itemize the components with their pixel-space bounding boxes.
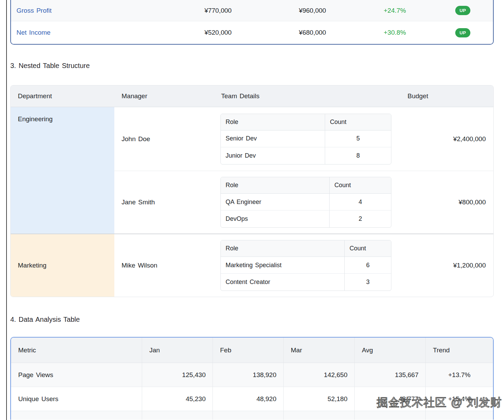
column-header-manager: Manager — [114, 86, 214, 107]
team-details-cell: Role Count Senior Dev 5 Junior Dev 8 — [214, 107, 399, 171]
role-cell: Marketing Specialist — [221, 257, 344, 274]
role-cell: DevOps — [221, 211, 329, 227]
status-cell: UP — [433, 0, 493, 21]
role-cell: Content Creator — [221, 274, 344, 291]
change-percent: +30.8% — [357, 21, 433, 44]
section-heading-nested-table: 3. Nested Table Structure — [10, 60, 494, 71]
metric-label: Net Income — [11, 21, 168, 44]
column-header-trend: Trend — [425, 338, 493, 363]
inner-header-role: Role — [221, 177, 329, 194]
column-header-feb: Feb — [213, 338, 283, 363]
count-cell: 2 — [329, 211, 391, 227]
role-cell: Senior Dev — [221, 130, 325, 147]
value-cell: 52,180 — [283, 387, 354, 411]
team-details-cell: Role Count Marketing Specialist 6 Conten… — [214, 234, 399, 297]
column-header-avg: Avg — [354, 338, 425, 363]
partial-row-cell — [213, 411, 283, 420]
table-row: Gross Profit ¥770,000 ¥960,000 +24.7% UP — [11, 0, 493, 21]
value-cell: ¥770,000 — [168, 0, 268, 21]
manager-cell: Jane Smith — [114, 171, 214, 234]
inner-header-count: Count — [329, 177, 391, 194]
status-badge: UP — [455, 6, 470, 15]
role-cell: Junior Dev — [221, 147, 325, 164]
inner-header-count: Count — [344, 240, 391, 257]
role-cell: QA Engineer — [221, 194, 329, 211]
financial-summary-table: Gross Profit ¥770,000 ¥960,000 +24.7% UP… — [10, 0, 494, 45]
budget-cell: ¥1,200,000 — [399, 234, 493, 297]
count-cell: 8 — [325, 147, 391, 164]
watermark-text: 掘金技术社区 @ 刘发财 — [377, 395, 502, 410]
value-cell: ¥960,000 — [268, 0, 357, 21]
status-badge: UP — [455, 28, 470, 37]
budget-cell: ¥800,000 — [399, 171, 493, 234]
page-content: Gross Profit ¥770,000 ¥960,000 +24.7% UP… — [10, 0, 494, 420]
nested-structure-table: Department Manager Team Details Budget E… — [10, 85, 494, 297]
role-count-table: Role Count Marketing Specialist 6 Conten… — [220, 240, 391, 291]
trend-cell: +13.7% — [425, 363, 493, 387]
partial-row-cell — [425, 411, 493, 420]
column-header-budget: Budget — [399, 86, 493, 107]
department-cell-engineering: Engineering — [11, 107, 114, 234]
count-cell: 5 — [325, 130, 391, 147]
manager-cell: John Doe — [114, 107, 214, 171]
value-cell: 125,430 — [142, 363, 213, 387]
manager-cell: Mike Wilson — [114, 234, 214, 297]
partial-row-cell — [354, 411, 425, 420]
value-cell: 142,650 — [283, 363, 354, 387]
metric-cell: Unique Users — [11, 387, 142, 411]
department-cell-marketing: Marketing — [11, 234, 114, 297]
value-cell: 48,920 — [213, 387, 283, 411]
partial-row-cell — [11, 411, 142, 420]
column-header-metric: Metric — [11, 338, 142, 363]
section-heading-data-analysis: 4. Data Analysis Table — [10, 314, 494, 325]
status-cell: UP — [433, 21, 493, 44]
page-left-border — [6, 0, 7, 420]
column-header-team-details: Team Details — [214, 86, 399, 107]
role-count-table: Role Count QA Engineer 4 DevOps 2 — [220, 177, 391, 228]
metric-cell: Page Views — [11, 363, 142, 387]
value-cell: ¥680,000 — [268, 21, 357, 44]
column-header-department: Department — [11, 86, 114, 107]
value-cell: 138,920 — [213, 363, 283, 387]
inner-header-role: Role — [221, 114, 325, 130]
team-details-cell: Role Count QA Engineer 4 DevOps 2 — [214, 171, 399, 234]
role-count-table: Role Count Senior Dev 5 Junior Dev 8 — [220, 114, 391, 164]
partial-row-cell — [283, 411, 354, 420]
inner-header-count: Count — [325, 114, 391, 130]
count-cell: 3 — [344, 274, 391, 291]
count-cell: 6 — [344, 257, 391, 274]
value-cell: ¥520,000 — [168, 21, 268, 44]
budget-cell: ¥2,400,000 — [399, 107, 493, 171]
table-row: Net Income ¥520,000 ¥680,000 +30.8% UP — [11, 21, 493, 44]
value-cell: 135,667 — [354, 363, 425, 387]
count-cell: 4 — [329, 194, 391, 211]
change-percent: +24.7% — [357, 0, 433, 21]
column-header-jan: Jan — [142, 338, 213, 363]
inner-header-role: Role — [221, 240, 344, 257]
value-cell: 45,230 — [142, 387, 213, 411]
partial-row-cell — [142, 411, 213, 420]
column-header-mar: Mar — [283, 338, 354, 363]
metric-label: Gross Profit — [11, 0, 168, 21]
